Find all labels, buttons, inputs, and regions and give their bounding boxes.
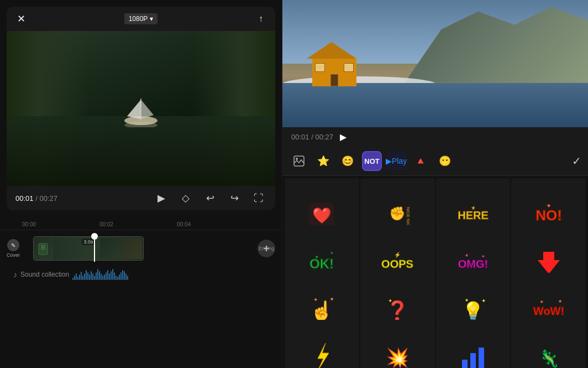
house-door (330, 74, 338, 86)
house-roof (307, 42, 356, 59)
cover-text: Cover (7, 252, 20, 258)
sticker-grid: ❤️ ✊ NICE NICE HERE ★ (282, 176, 588, 368)
left-panel: ✕ 1080P ▾ ↑ (0, 0, 282, 368)
playhead[interactable] (94, 235, 95, 262)
svg-text:✦: ✦ (313, 297, 318, 303)
svg-text:💡: 💡 (462, 300, 484, 322)
sound-collection-row: ♪ Sound collection (7, 266, 275, 283)
right-video-preview (282, 0, 588, 127)
right-time-current: 00:01 (291, 133, 309, 141)
sticker-explosion[interactable]: 💥 (360, 320, 435, 368)
svg-text:★: ★ (558, 299, 562, 304)
cover-label-area: ✎ Cover (7, 239, 20, 258)
svg-text:✦: ✦ (388, 298, 392, 304)
ruler-marks: 00:00 00:02 00:04 (0, 219, 282, 227)
svg-text:✦: ✦ (314, 254, 319, 260)
editor-header: ✕ 1080P ▾ ↑ (7, 7, 275, 31)
sticker-tool-cone[interactable]: 🔺 (411, 151, 431, 171)
sticker-animal[interactable]: 🦎 (511, 320, 586, 368)
yellow-house (307, 42, 362, 86)
waveform-bars (72, 269, 269, 280)
svg-marker-2 (127, 100, 141, 119)
sticker-chart[interactable] (436, 320, 511, 368)
chart-sticker (436, 320, 511, 368)
waveform (72, 269, 269, 280)
svg-text:⚡: ⚡ (394, 251, 401, 258)
svg-text:OK!: OK! (309, 256, 334, 271)
animal-sticker: 🦎 (511, 320, 586, 368)
svg-rect-55 (462, 360, 468, 368)
resolution-value: 1080P (129, 15, 148, 23)
svg-rect-56 (470, 353, 476, 368)
play-button[interactable]: ▶ (154, 190, 169, 206)
right-panel: 00:01 / 00:27 ▶ ⭐ 😊 NOT ▶Play 🔺 😶 ✓ (282, 0, 588, 368)
upload-button[interactable]: ↑ (253, 11, 269, 27)
video-editor: ✕ 1080P ▾ ↑ (7, 7, 275, 210)
svg-text:✦: ✦ (330, 251, 334, 256)
svg-text:★: ★ (330, 297, 334, 302)
svg-text:❤️: ❤️ (312, 206, 332, 225)
timeline-area: 00:00 00:02 00:04 ✎ Cover (0, 217, 282, 368)
control-buttons: ▶ ◇ ↩ ↪ ⛶ (154, 190, 266, 206)
svg-text:★: ★ (470, 205, 475, 211)
fullscreen-button[interactable]: ⛶ (251, 190, 266, 206)
boat-illustration (116, 94, 166, 127)
main-clip[interactable]: 3.0s (33, 236, 144, 261)
sticker-tool-not[interactable]: NOT (362, 151, 382, 171)
right-time-display: 00:01 / 00:27 (291, 133, 333, 141)
svg-text:★: ★ (465, 298, 469, 303)
timeline-tracks: ✎ Cover (0, 230, 282, 288)
track-content[interactable]: 3.0s Ending (22, 235, 253, 262)
video-preview (7, 31, 275, 186)
svg-text:✦: ✦ (539, 299, 544, 305)
right-play-button[interactable]: ▶ (340, 132, 347, 142)
svg-text:✦: ✦ (481, 298, 486, 304)
svg-text:🦎: 🦎 (538, 349, 559, 368)
svg-text:HERE: HERE (458, 209, 489, 221)
redo-button[interactable]: ↪ (227, 190, 242, 206)
cover-edit-icon[interactable]: ✎ (7, 239, 19, 251)
sticker-tool-star[interactable]: ⭐ (313, 151, 333, 171)
time-current: 00:01 (15, 194, 34, 203)
svg-text:💥: 💥 (386, 346, 410, 368)
house-window-right (344, 63, 354, 72)
ruler-mark-0: 00:00 (22, 221, 36, 227)
svg-text:✊: ✊ (389, 205, 406, 221)
lightning-sticker (285, 320, 359, 368)
sound-collection-label: Sound collection (20, 271, 69, 278)
undo-button[interactable]: ↩ (202, 190, 218, 206)
svg-text:☝️: ☝️ (310, 299, 334, 322)
sticker-toolbar: ⭐ 😊 NOT ▶Play 🔺 😶 ✓ (282, 147, 588, 176)
sticker-lightning[interactable] (285, 320, 359, 368)
close-button[interactable]: ✕ (13, 11, 29, 27)
explosion-sticker: 💥 (360, 320, 435, 368)
svg-text:WoW!: WoW! (533, 305, 564, 317)
resolution-selector[interactable]: 1080P ▾ (124, 13, 158, 24)
right-time-bar: 00:01 / 00:27 ▶ (282, 127, 588, 147)
ruler-mark-1: 00:02 (99, 221, 113, 227)
keyframe-button[interactable]: ◇ (178, 190, 193, 206)
sticker-tool-image[interactable] (289, 151, 309, 171)
right-time-total: 00:27 (315, 133, 333, 141)
svg-text:★: ★ (465, 253, 469, 258)
time-total: 00:27 (39, 194, 57, 203)
sticker-tool-play[interactable]: ▶Play (386, 151, 406, 171)
house-window-left (315, 63, 325, 72)
main-track-row: ✎ Cover (7, 235, 275, 262)
confirm-button[interactable]: ✓ (572, 154, 581, 168)
house-body (312, 59, 356, 86)
sound-icon: ♪ (13, 270, 17, 279)
sticker-tool-emoji[interactable]: 😊 (338, 151, 358, 171)
image-icon (293, 155, 305, 167)
svg-text:OOPS: OOPS (381, 258, 413, 270)
timeline-ruler: 00:00 00:02 00:04 (0, 217, 282, 230)
svg-text:✦: ✦ (481, 254, 485, 259)
ruler-mark-2: 00:04 (177, 221, 191, 227)
video-controls: 00:01 / 00:27 ▶ ◇ ↩ ↪ ⛶ (7, 186, 275, 210)
time-display: 00:01 / 00:27 (15, 194, 57, 203)
ending-label: Ending (259, 246, 274, 251)
water-area (282, 83, 588, 128)
sticker-tool-face[interactable]: 😶 (435, 151, 455, 171)
clip-thumb-icon (38, 242, 49, 256)
svg-marker-3 (141, 100, 154, 119)
